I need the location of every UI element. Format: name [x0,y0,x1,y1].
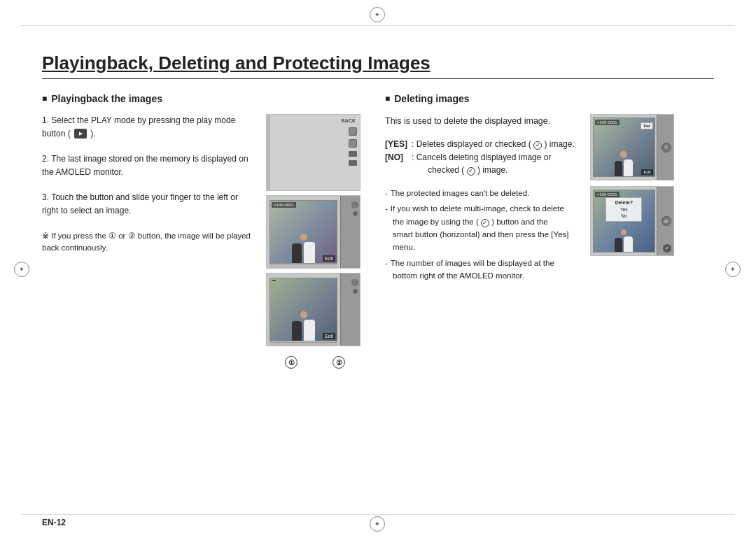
circle-2: ② [332,356,345,369]
cam-btn-3 [349,151,357,157]
nav-dial-inner [664,145,668,149]
figures-2 [292,320,315,341]
couple-display: ×100-0001 Edit [270,201,337,263]
no-option: No [610,213,637,219]
cam-screen-right-2: ×100-0001 Delete? Yes No [593,190,655,253]
bride-r1 [624,159,633,176]
camera-screen-3: Edit [270,278,337,341]
step-2: 2. The last image stored on the memory i… [42,152,255,178]
cam-screen-right-1: ×100-0001 Del Edit [593,118,655,177]
yes-colon: : [412,138,416,151]
cam-btn-4 [349,160,357,166]
check-icon-yes: ✓ [533,141,542,150]
file-label-1: ×100-0001 [272,202,296,208]
delete-dialog-title: Delete? [610,200,637,205]
camera-images-left: BACK [266,114,364,369]
dash-1: - [385,187,388,199]
couple-display-2: Edit [270,278,337,341]
edit-label-r1: Edit [641,169,652,175]
no-key: [NO] [385,151,412,177]
yes-text: Deletes displayed or checked ( ✓ ) image… [416,138,575,151]
bullet-3: - The number of images will be displayed… [385,257,575,283]
steps-text: 1. Select the PLAY mode by pressing the … [42,114,255,369]
nav-dial-circle-2 [662,216,671,226]
left-column: Playingback the images 1. Select the PLA… [42,93,364,369]
right-section-layout: This is used to delete the displayed ima… [385,114,714,285]
no-colon: : [412,151,416,177]
step-3: 3. Touch the button and slide your finge… [42,191,255,217]
cam-right-1: ×100-0001 Del Edit [590,114,674,180]
camera-body-2 [340,196,360,268]
camera-image-3: Edit [266,273,360,346]
edit-label-1: Edit [323,255,335,262]
bullet-1-text: The protected images can't be deleted. [391,187,529,199]
page-number: EN-12 [42,518,66,527]
bride-r2 [624,236,633,252]
head-2 [300,311,307,318]
bullet-2: - If you wish to delete multi-image, che… [385,202,575,254]
groom-r1 [615,161,622,176]
two-column-layout: Playingback the images 1. Select the PLA… [42,93,714,369]
note-text: ※ If you press the ① or ② button, the im… [42,230,255,255]
groom-figure [292,243,302,263]
compass-bottom-icon [370,516,386,533]
camera-image-1: BACK [266,114,360,191]
playback-section-header: Playingback the images [42,93,364,104]
yes-row: [YES] : Deletes displayed or checked ( ✓… [385,138,575,151]
check-icon-bullet: ✓ [481,219,489,227]
border-bottom [21,514,735,515]
cam-body-right-1 [657,115,673,180]
step-3-text: 3. Touch the button and slide your finge… [42,192,238,215]
no-row: [NO] : Cancels deleting displayed image … [385,151,575,177]
delete-intro: This is used to delete the displayed ima… [385,114,575,128]
figures [292,242,315,263]
scroll-bar [270,264,337,268]
delete-overlay: Delete? Yes No [606,197,642,222]
bullets-section: - The protected images can't be deleted.… [385,187,575,283]
nav-dial-2 [662,216,671,226]
head-r2 [621,229,626,235]
compass-top-icon [370,7,386,24]
nav-dial-inner-2 [664,220,668,223]
portrait-wrapper-2 [270,278,337,341]
nav-dial [662,143,671,152]
bullet-3-text: The number of images will be displayed a… [391,257,554,283]
cam-btn-2 [349,139,357,148]
yes-option: Yes [610,206,637,213]
compass-left-icon [14,262,31,278]
bride-figure-2 [304,320,315,341]
numbered-circles: ① ② [266,356,364,369]
page-title: Playingback, Deleting and Protecting Ima… [42,52,714,79]
step-1: 1. Select the PLAY mode by pressing the … [42,114,255,140]
check-button: ✓ [663,244,671,253]
cam-right-2: ×100-0001 Delete? Yes No [590,186,674,256]
circle-1: ① [285,356,298,369]
cam-right-btn-2 [353,211,358,216]
camera-image-2: ×100-0001 Edit [266,195,360,269]
figures-r2 [615,236,633,252]
border-top [21,25,735,26]
bride-figure [304,242,315,263]
cam-right-btn-1 [351,201,358,208]
delete-btn-overlay: Del [640,122,652,129]
cam-right-btn-3 [351,279,358,286]
no-text: Cancels deleting displayed image or chec… [416,151,552,177]
play-mode-button-icon [74,129,87,138]
bullet-2-text: If you wish to delete multi-image, check… [391,202,569,254]
steps-and-images: 1. Select the PLAY mode by pressing the … [42,114,364,369]
camera-screen-2: ×100-0001 Edit [270,200,337,264]
delete-section-header: Deleting images [385,93,714,104]
right-column: Deleting images This is used to delete t… [385,93,714,369]
camera-right-buttons [351,201,358,216]
camera-body-3 [340,273,360,346]
cam-right-btn-4 [353,289,358,294]
dash-3: - [385,257,388,269]
back-label: BACK [342,118,356,123]
groom-figure-2 [292,321,302,341]
nav-dial-circle [662,143,671,152]
cam-btn-1 [349,127,357,136]
bullet-1: - The protected images can't be deleted. [385,187,575,199]
scroll-bar-3 [270,342,337,346]
portrait-wrapper [270,201,337,263]
compass-right-icon [725,262,742,278]
